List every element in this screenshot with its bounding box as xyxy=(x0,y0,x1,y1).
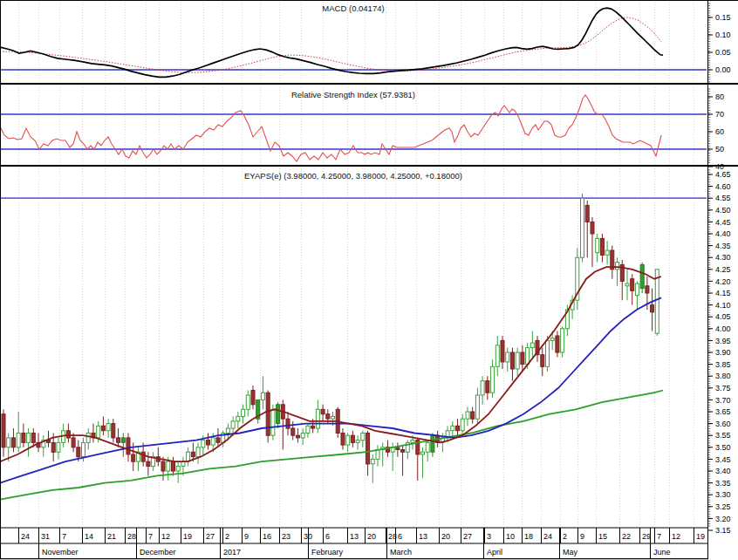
y-axis-label: 3.65 xyxy=(715,407,731,416)
stock-chart-window: 0.150.100.050.0080706050404.654.604.554.… xyxy=(0,0,738,560)
candle-body xyxy=(126,438,130,454)
x-axis-day-label: 6 xyxy=(398,532,402,541)
candle xyxy=(451,421,454,438)
candle xyxy=(346,434,350,453)
candle xyxy=(92,424,95,443)
candle-body xyxy=(311,426,315,428)
candle-body xyxy=(132,454,135,461)
x-axis-day-label: 3 xyxy=(487,532,491,541)
candle xyxy=(261,376,264,409)
candle-body xyxy=(22,434,25,443)
y-axis-label: 3.80 xyxy=(715,372,731,380)
candle xyxy=(611,246,614,279)
y-axis-label: 3.15 xyxy=(715,526,731,535)
candle-body xyxy=(356,440,359,443)
candle-body xyxy=(361,434,365,440)
candle-body xyxy=(521,352,524,365)
candle-body xyxy=(341,434,345,446)
candle-body xyxy=(117,438,120,442)
candle xyxy=(172,457,175,476)
candle-body xyxy=(585,205,589,222)
x-axis-day-label: 29 xyxy=(642,532,651,541)
candle xyxy=(176,461,180,483)
candle-body xyxy=(121,438,125,442)
x-axis-day-label: 21 xyxy=(107,532,116,541)
candle xyxy=(27,428,31,457)
candle xyxy=(585,201,589,257)
candle xyxy=(620,260,624,300)
candle-body xyxy=(646,286,649,293)
candle-body xyxy=(541,355,544,367)
candle-body xyxy=(431,435,434,452)
candle-body xyxy=(11,438,15,447)
candle-body xyxy=(57,442,60,452)
candle-body xyxy=(321,409,325,413)
y-axis-label: 3.90 xyxy=(715,348,731,357)
candle-body xyxy=(86,434,90,443)
candle xyxy=(11,428,15,452)
x-axis-day-label: 19 xyxy=(183,532,192,541)
xaxis-row-separator xyxy=(0,543,708,544)
candle-body xyxy=(191,452,195,456)
candle-body xyxy=(2,414,5,447)
panel-separator xyxy=(0,83,738,85)
candle-body xyxy=(211,438,215,445)
y-axis-label: 0.00 xyxy=(715,65,731,74)
candle-body xyxy=(196,447,200,457)
candle-body xyxy=(167,461,170,471)
candle xyxy=(581,194,584,263)
candle xyxy=(501,336,504,369)
y-axis-label: 80 xyxy=(715,92,724,101)
candle-body xyxy=(331,416,335,419)
x-axis-day-label: 24 xyxy=(543,532,552,541)
y-axis-label: 0.10 xyxy=(715,31,731,39)
y-axis-label: 3.85 xyxy=(715,360,731,369)
x-axis-day-label: 10 xyxy=(506,532,515,541)
stock-chart-canvas: 0.150.100.050.0080706050404.654.604.554.… xyxy=(0,0,738,560)
candle-body xyxy=(605,250,609,255)
y-axis-label: 0.05 xyxy=(715,48,731,57)
candle xyxy=(431,434,434,457)
candle-body xyxy=(17,434,20,447)
candle xyxy=(466,407,469,427)
candle-body xyxy=(242,409,245,416)
candle-body xyxy=(651,305,654,312)
y-axis-label: 3.55 xyxy=(715,431,731,440)
candle-body xyxy=(401,450,405,453)
y-axis-label: 3.30 xyxy=(715,490,731,499)
macd-line xyxy=(0,8,663,77)
candle-body xyxy=(600,238,604,255)
candle-body xyxy=(421,452,425,454)
x-axis-day-label: 20 xyxy=(441,532,450,541)
x-axis-day-label: 7 xyxy=(657,532,661,541)
y-axis-label: 70 xyxy=(715,110,724,119)
candle xyxy=(42,435,45,457)
rsi-panel xyxy=(0,95,661,161)
candle-body xyxy=(451,426,454,430)
y-axis-label: 4.05 xyxy=(715,312,731,321)
candle-body xyxy=(640,264,644,288)
candle xyxy=(651,289,654,331)
candle-body xyxy=(246,395,249,409)
bottom-border xyxy=(0,558,708,559)
x-axis-day-label: 12 xyxy=(161,532,170,541)
y-axis-label: 50 xyxy=(715,145,724,154)
x-axis-month-label: May xyxy=(563,548,578,557)
x-axis-day-label: 19 xyxy=(696,532,705,541)
x-axis-month-label: February xyxy=(311,548,344,557)
y-axis-label: 4.30 xyxy=(715,253,731,262)
candle xyxy=(366,431,370,476)
x-axis-day-label: 7 xyxy=(148,532,153,541)
candle-body xyxy=(101,426,105,430)
candle-body xyxy=(141,452,145,461)
candle-body xyxy=(147,461,150,466)
y-axis-label: 3.20 xyxy=(715,515,731,523)
x-axis-day-label: 22 xyxy=(622,532,631,541)
candle xyxy=(376,445,379,466)
candle-body xyxy=(456,426,460,430)
y-axis-label: 4.40 xyxy=(715,229,731,238)
candle-body xyxy=(106,424,110,431)
y-axis-label: 4.50 xyxy=(715,206,731,215)
candle-body xyxy=(471,412,475,419)
candle-body xyxy=(635,283,639,296)
